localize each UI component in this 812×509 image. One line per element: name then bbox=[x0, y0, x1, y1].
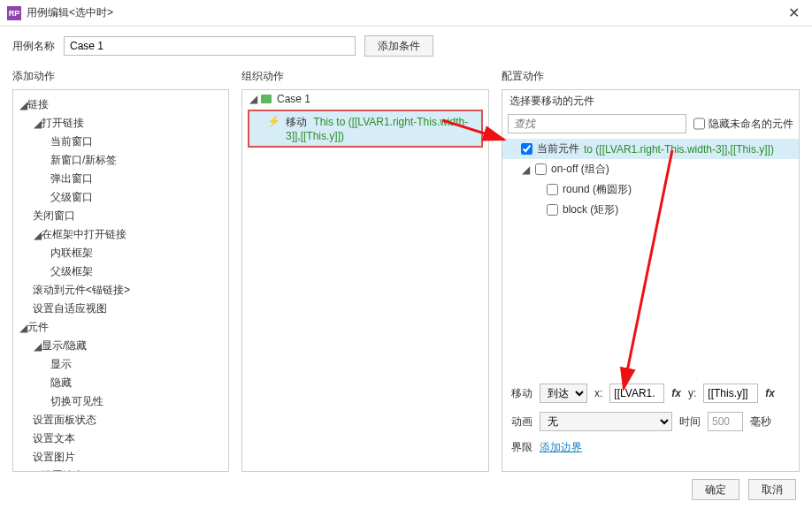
bolt-icon: ⚡ bbox=[267, 115, 280, 127]
case-node-label: Case 1 bbox=[277, 93, 310, 105]
tree-parent-frame[interactable]: 父级框架 bbox=[13, 262, 228, 281]
move-action-node[interactable]: ⚡ 移动 This to ([[LVAR1.right-This.width-3… bbox=[248, 110, 483, 148]
widget-block[interactable]: block (矩形) bbox=[502, 200, 799, 220]
widget-onoff[interactable]: ◢ on-off (组合) bbox=[502, 159, 799, 179]
case-name-input[interactable] bbox=[64, 36, 356, 56]
x-input[interactable] bbox=[609, 384, 664, 403]
config-panel: 配置动作 选择要移动的元件 隐藏未命名的元件 当前元件 to ([[LVAR1.… bbox=[502, 65, 800, 472]
hide-unnamed-label[interactable]: 隐藏未命名的元件 bbox=[693, 114, 793, 133]
widget-round-checkbox[interactable] bbox=[547, 184, 558, 195]
bound-label: 界限 bbox=[511, 440, 532, 455]
tree-inline-frame[interactable]: 内联框架 bbox=[13, 244, 228, 262]
app-icon: RP bbox=[7, 6, 21, 20]
tree-popup[interactable]: 弹出窗口 bbox=[13, 170, 228, 188]
select-widget-label: 选择要移动的元件 bbox=[502, 90, 799, 109]
time-label: 时间 bbox=[679, 414, 701, 429]
fx-x-button[interactable]: fx bbox=[671, 387, 681, 399]
titlebar: RP 用例编辑<选中时> ✕ bbox=[0, 0, 812, 27]
footer: 确定 取消 bbox=[692, 479, 796, 500]
add-action-panel: 添加动作 ◢链接 ◢打开链接 当前窗口 新窗口/新标签 弹出窗口 父级窗口 关闭… bbox=[12, 65, 229, 472]
tree-panel-state[interactable]: 设置面板状态 bbox=[13, 411, 228, 429]
time-input[interactable] bbox=[708, 412, 743, 431]
tree-current-window[interactable]: 当前窗口 bbox=[13, 133, 228, 151]
add-action-header: 添加动作 bbox=[12, 65, 229, 89]
move-mode-select[interactable]: 到达 bbox=[540, 384, 587, 403]
add-condition-button[interactable]: 添加条件 bbox=[364, 35, 433, 57]
org-action-header: 组织动作 bbox=[241, 65, 489, 89]
move-label: 移动 bbox=[511, 386, 532, 401]
widget-round[interactable]: round (椭圆形) bbox=[502, 179, 799, 200]
tree-new-window[interactable]: 新窗口/新标签 bbox=[13, 151, 228, 170]
x-label: x: bbox=[594, 387, 602, 399]
folder-icon bbox=[261, 95, 272, 103]
ok-button[interactable]: 确定 bbox=[692, 479, 739, 500]
tree-parent-window[interactable]: 父级窗口 bbox=[13, 188, 228, 207]
fx-y-button[interactable]: fx bbox=[765, 387, 775, 399]
tree-open-link[interactable]: ◢打开链接 bbox=[13, 114, 228, 133]
tree-show-hide[interactable]: ◢显示/隐藏 bbox=[13, 337, 228, 355]
anim-mode-select[interactable]: 无 bbox=[540, 412, 672, 431]
case-name-label: 用例名称 bbox=[12, 39, 55, 54]
y-label: y: bbox=[688, 387, 696, 399]
org-action-panel: 组织动作 ◢ Case 1 ⚡ 移动 This to ([[LVAR1.righ… bbox=[241, 65, 489, 472]
widget-current-checkbox[interactable] bbox=[521, 143, 532, 155]
action-value: This to ([[LVAR1.right-This.width-3]],[[… bbox=[286, 116, 468, 142]
widget-current[interactable]: 当前元件 to ([[LVAR1.right-This.width-3]],[[… bbox=[502, 139, 799, 159]
tree-toggle-vis[interactable]: 切换可见性 bbox=[13, 392, 228, 411]
add-bound-link[interactable]: 添加边界 bbox=[540, 440, 582, 455]
tree-open-in-frame[interactable]: ◢在框架中打开链接 bbox=[13, 225, 228, 244]
action-label: 移动 bbox=[286, 116, 307, 128]
anim-label: 动画 bbox=[511, 414, 532, 429]
case-node[interactable]: ◢ Case 1 bbox=[242, 90, 488, 108]
add-action-tree: ◢链接 ◢打开链接 当前窗口 新窗口/新标签 弹出窗口 父级窗口 关闭窗口 ◢在… bbox=[13, 90, 228, 472]
cancel-button[interactable]: 取消 bbox=[748, 479, 796, 500]
config-fields: 移动 到达 x: fx y: fx 动画 无 时间 毫秒 界限 bbox=[502, 376, 799, 471]
tree-show[interactable]: 显示 bbox=[13, 355, 228, 374]
tree-adaptive-view[interactable]: 设置自适应视图 bbox=[13, 300, 228, 318]
tree-set-image[interactable]: 设置图片 bbox=[13, 448, 228, 467]
hide-unnamed-checkbox[interactable] bbox=[693, 114, 705, 133]
tree-hide[interactable]: 隐藏 bbox=[13, 374, 228, 392]
config-header: 配置动作 bbox=[502, 65, 800, 89]
widget-block-checkbox[interactable] bbox=[547, 204, 558, 216]
close-icon[interactable]: ✕ bbox=[783, 4, 805, 21]
tree-close-window[interactable]: 关闭窗口 bbox=[13, 207, 228, 225]
tree-set-selected[interactable]: ▷设置选中 bbox=[13, 467, 228, 472]
widget-onoff-checkbox[interactable] bbox=[535, 163, 547, 175]
case-row: 用例名称 添加条件 bbox=[0, 27, 812, 65]
y-input[interactable] bbox=[703, 384, 758, 403]
tree-set-text[interactable]: 设置文本 bbox=[13, 429, 228, 448]
window-title: 用例编辑<选中时> bbox=[27, 5, 783, 20]
tree-links[interactable]: ◢链接 bbox=[13, 95, 228, 114]
tree-widgets[interactable]: ◢元件 bbox=[13, 318, 228, 337]
time-unit: 毫秒 bbox=[750, 414, 771, 429]
tree-scroll-to[interactable]: 滚动到元件<锚链接> bbox=[13, 281, 228, 300]
search-input[interactable] bbox=[508, 114, 686, 133]
